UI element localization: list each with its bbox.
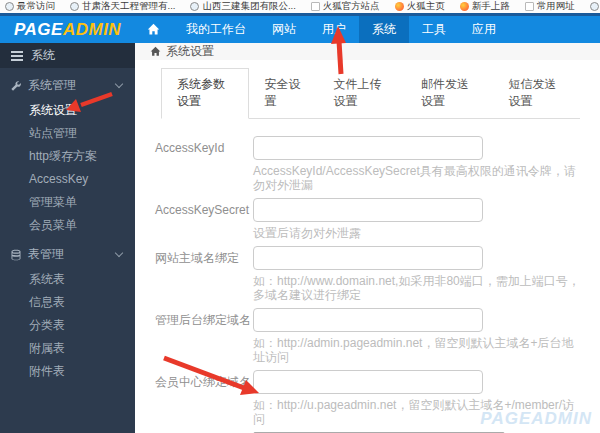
sidebar-item-label: 系统表 xyxy=(29,272,65,286)
form-row-admin-domain: 管理后台绑定域名 如：http://admin.pageadmin.net，留空… xyxy=(155,308,580,364)
nav-item-apps[interactable]: 应用 xyxy=(459,16,509,43)
bookmark-label: 甘肃洛天工程管理有... xyxy=(82,0,175,13)
nav-item-website[interactable]: 网站 xyxy=(259,16,309,43)
tab-label: 安全设置 xyxy=(265,77,301,108)
sidebar-group-system-management[interactable]: 系统管理 xyxy=(0,72,135,99)
sidebar-title: 系统 xyxy=(0,43,135,68)
bookmark-item[interactable]: 山西三建集团有限公... xyxy=(190,0,295,13)
bookmark-item[interactable]: 火狐官方站点 xyxy=(311,0,380,13)
sidebar-item-accesskey[interactable]: AccessKey xyxy=(0,168,135,191)
firefox-icon xyxy=(460,2,469,11)
bookmark-label: 山西三建集团有限公... xyxy=(202,0,295,13)
nav-home-button[interactable] xyxy=(134,16,173,43)
sidebar-item-label: http缓存方案 xyxy=(29,149,97,163)
tab-email-sending[interactable]: 邮件发送设置 xyxy=(405,68,493,119)
nav-item-system[interactable]: 系统 xyxy=(359,16,409,43)
main-domain-input[interactable] xyxy=(253,246,483,270)
breadcrumb-label: 系统设置 xyxy=(166,43,214,60)
field-label: 管理后台绑定域名 xyxy=(155,308,253,364)
sidebar-item-info-table[interactable]: 信息表 xyxy=(0,291,135,314)
tab-label: 系统参数设置 xyxy=(177,77,225,108)
nav-label: 网站 xyxy=(272,21,296,38)
top-nav: 我的工作台 网站 用户 系统 工具 应用 xyxy=(134,16,509,43)
sidebar-group-label: 系统管理 xyxy=(28,77,110,94)
globe-icon xyxy=(590,2,599,11)
settings-panel: 系统参数设置 安全设置 文件上传设置 邮件发送设置 短信发送设置 AccessK… xyxy=(135,60,600,433)
sidebar-item-site-management[interactable]: 站点管理 xyxy=(0,122,135,145)
page-icon xyxy=(525,2,534,11)
settings-tabs: 系统参数设置 安全设置 文件上传设置 邮件发送设置 短信发送设置 xyxy=(161,68,580,119)
tab-label: 邮件发送设置 xyxy=(421,77,469,108)
tab-sms-sending[interactable]: 短信发送设置 xyxy=(493,68,581,119)
form-row-accesskeyid: AccessKeyId AccessKeyId/AccessKeySecret具… xyxy=(155,136,580,192)
tab-security[interactable]: 安全设置 xyxy=(249,68,318,119)
sidebar-group-table-management[interactable]: 表管理 xyxy=(0,241,135,268)
main-content: 系统设置 系统参数设置 安全设置 文件上传设置 邮件发送设置 短信发送设置 Ac… xyxy=(135,43,600,433)
system-parameters-form: AccessKeyId AccessKeyId/AccessKeySecret具… xyxy=(155,119,580,433)
bookmark-item[interactable]: 京东商城 xyxy=(590,0,600,13)
nav-item-workbench[interactable]: 我的工作台 xyxy=(173,16,259,43)
nav-label: 工具 xyxy=(422,21,446,38)
home-icon xyxy=(147,23,160,36)
sidebar-item-system-settings[interactable]: 系统设置 xyxy=(0,99,135,122)
tab-label: 短信发送设置 xyxy=(509,77,557,108)
bookmark-item[interactable]: 新手上路 xyxy=(460,0,510,13)
bookmark-label: 火狐官方站点 xyxy=(323,0,380,13)
sidebar-item-label: 信息表 xyxy=(29,295,65,309)
pageadmin-logo[interactable]: PAGEADMIN xyxy=(0,16,120,43)
tab-label: 文件上传设置 xyxy=(334,77,382,108)
sidebar-item-label: 分类表 xyxy=(29,318,65,332)
tab-file-upload[interactable]: 文件上传设置 xyxy=(318,68,406,119)
bookmark-item[interactable]: 最常访问 xyxy=(5,0,55,13)
accesskeysecret-input[interactable] xyxy=(253,198,483,222)
bookmark-label: 火狐主页 xyxy=(407,0,445,13)
field-hint: 如：http://u.pageadmin.net，留空则默认主域名+/membe… xyxy=(253,398,580,426)
bookmark-item[interactable]: 甘肃洛天工程管理有... xyxy=(70,0,175,13)
logo-part-admin: ADMIN xyxy=(63,20,121,40)
bookmark-label: 新手上路 xyxy=(472,0,510,13)
sidebar-item-category-table[interactable]: 分类表 xyxy=(0,314,135,337)
field-hint: 如：http://www.domain.net,如采用非80端口，需加上端口号，… xyxy=(253,274,580,302)
accesskeyid-input[interactable] xyxy=(253,136,483,160)
globe-icon xyxy=(70,2,79,11)
sidebar-title-label: 系统 xyxy=(31,47,55,64)
sidebar-item-admin-menu[interactable]: 管理菜单 xyxy=(0,191,135,214)
bookmark-item[interactable]: 火狐主页 xyxy=(395,0,445,13)
form-row-member-domain: 会员中心绑定域名 如：http://u.pageadmin.net，留空则默认主… xyxy=(155,370,580,426)
sidebar-item-label: AccessKey xyxy=(29,172,88,186)
bookmark-item[interactable]: 常用网址 xyxy=(525,0,575,13)
sidebar-group-label: 表管理 xyxy=(28,246,110,263)
firefox-icon xyxy=(395,2,404,11)
admin-domain-input[interactable] xyxy=(253,308,483,332)
logo-part-page: PAGE xyxy=(14,20,63,40)
sidebar-item-http-cache[interactable]: http缓存方案 xyxy=(0,145,135,168)
sidebar-item-subsidiary-table[interactable]: 附属表 xyxy=(0,337,135,360)
nav-label: 用户 xyxy=(322,21,346,38)
bookmark-label: 常用网址 xyxy=(537,0,575,13)
chevron-down-icon xyxy=(115,249,123,257)
globe-icon xyxy=(190,2,199,11)
nav-item-users[interactable]: 用户 xyxy=(309,16,359,43)
sidebar-item-label: 附属表 xyxy=(29,341,65,355)
sidebar-item-label: 管理菜单 xyxy=(29,195,77,209)
nav-label: 我的工作台 xyxy=(186,21,246,38)
breadcrumb: 系统设置 xyxy=(135,43,600,60)
sidebar-item-label: 附件表 xyxy=(29,364,65,378)
field-hint: 设置后请勿对外泄露 xyxy=(253,226,483,240)
field-label: AccessKeySecret xyxy=(155,198,253,240)
sidebar-item-member-menu[interactable]: 会员菜单 xyxy=(0,214,135,237)
hamburger-icon[interactable] xyxy=(11,51,23,61)
bookmark-label: 最常访问 xyxy=(17,0,55,13)
home-icon xyxy=(150,46,161,57)
browser-bookmarks-bar: 最常访问 甘肃洛天工程管理有... 山西三建集团有限公... 火狐官方站点 火狐… xyxy=(0,0,600,13)
member-domain-input[interactable] xyxy=(253,370,483,394)
globe-icon xyxy=(5,2,14,11)
nav-item-tools[interactable]: 工具 xyxy=(409,16,459,43)
sidebar-item-system-table[interactable]: 系统表 xyxy=(0,268,135,291)
pageadmin-system-settings-page: 最常访问 甘肃洛天工程管理有... 山西三建集团有限公... 火狐官方站点 火狐… xyxy=(0,0,600,433)
tab-system-parameters[interactable]: 系统参数设置 xyxy=(161,68,249,119)
sidebar-item-attachment-table[interactable]: 附件表 xyxy=(0,360,135,383)
sidebar-item-label: 系统设置 xyxy=(29,103,77,117)
field-hint: AccessKeyId/AccessKeySecret具有最高权限的通讯令牌，请… xyxy=(253,164,580,192)
wrench-icon xyxy=(10,80,22,92)
